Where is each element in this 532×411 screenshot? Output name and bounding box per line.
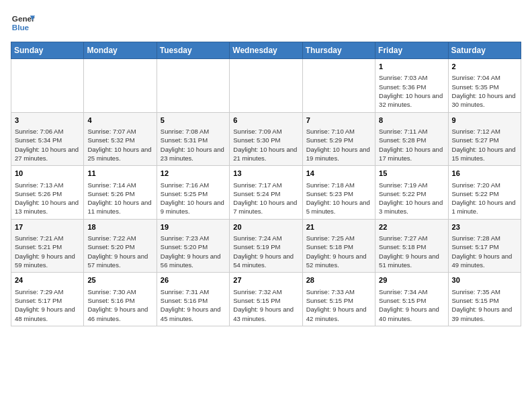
day-cell: 2Sunrise: 7:04 AM Sunset: 5:35 PM Daylig…: [448, 59, 521, 113]
day-info: Sunrise: 7:32 AM Sunset: 5:15 PM Dayligh…: [233, 287, 298, 323]
day-number: 6: [233, 116, 298, 126]
day-cell: 21Sunrise: 7:25 AM Sunset: 5:18 PM Dayli…: [302, 219, 375, 273]
day-cell: 26Sunrise: 7:31 AM Sunset: 5:16 PM Dayli…: [157, 273, 229, 326]
day-info: Sunrise: 7:14 AM Sunset: 5:26 PM Dayligh…: [87, 181, 152, 216]
day-info: Sunrise: 7:12 AM Sunset: 5:27 PM Dayligh…: [452, 127, 517, 163]
day-cell: 4Sunrise: 7:07 AM Sunset: 5:32 PM Daylig…: [84, 112, 157, 166]
day-info: Sunrise: 7:11 AM Sunset: 5:28 PM Dayligh…: [379, 127, 444, 163]
day-info: Sunrise: 7:10 AM Sunset: 5:29 PM Dayligh…: [306, 127, 371, 163]
day-cell: 14Sunrise: 7:18 AM Sunset: 5:23 PM Dayli…: [302, 166, 375, 220]
day-number: 15: [379, 169, 444, 179]
week-row-5: 24Sunrise: 7:29 AM Sunset: 5:17 PM Dayli…: [11, 273, 521, 326]
day-cell: [230, 59, 302, 113]
day-info: Sunrise: 7:04 AM Sunset: 5:35 PM Dayligh…: [452, 73, 517, 109]
day-info: Sunrise: 7:18 AM Sunset: 5:23 PM Dayligh…: [306, 181, 371, 216]
day-cell: 1Sunrise: 7:03 AM Sunset: 5:36 PM Daylig…: [375, 59, 448, 113]
day-cell: 9Sunrise: 7:12 AM Sunset: 5:27 PM Daylig…: [448, 112, 521, 166]
day-number: 7: [306, 116, 371, 126]
day-number: 28: [306, 275, 371, 285]
day-number: 13: [233, 169, 298, 179]
svg-text:Blue: Blue: [12, 23, 30, 32]
weekday-header-wednesday: Wednesday: [230, 42, 302, 59]
day-cell: 23Sunrise: 7:28 AM Sunset: 5:17 PM Dayli…: [448, 219, 521, 273]
day-info: Sunrise: 7:31 AM Sunset: 5:16 PM Dayligh…: [161, 287, 226, 323]
day-cell: [11, 59, 84, 113]
week-row-4: 17Sunrise: 7:21 AM Sunset: 5:21 PM Dayli…: [11, 219, 521, 273]
day-info: Sunrise: 7:13 AM Sunset: 5:26 PM Dayligh…: [15, 181, 80, 216]
day-number: 8: [379, 116, 444, 126]
day-number: 4: [87, 116, 152, 126]
day-info: Sunrise: 7:28 AM Sunset: 5:17 PM Dayligh…: [452, 234, 517, 269]
day-cell: 18Sunrise: 7:22 AM Sunset: 5:20 PM Dayli…: [84, 219, 157, 273]
day-cell: 30Sunrise: 7:35 AM Sunset: 5:15 PM Dayli…: [448, 273, 521, 326]
day-number: 12: [161, 169, 226, 179]
day-number: 3: [15, 116, 80, 126]
day-number: 18: [87, 222, 152, 232]
day-number: 21: [306, 222, 371, 232]
weekday-header-tuesday: Tuesday: [157, 42, 229, 59]
day-number: 22: [379, 222, 444, 232]
day-number: 2: [452, 62, 517, 72]
day-info: Sunrise: 7:30 AM Sunset: 5:16 PM Dayligh…: [87, 287, 152, 323]
day-cell: 12Sunrise: 7:16 AM Sunset: 5:25 PM Dayli…: [157, 166, 229, 220]
day-number: 29: [379, 275, 444, 285]
day-number: 19: [161, 222, 226, 232]
day-number: 24: [15, 275, 80, 285]
day-info: Sunrise: 7:33 AM Sunset: 5:15 PM Dayligh…: [306, 287, 371, 323]
day-info: Sunrise: 7:29 AM Sunset: 5:17 PM Dayligh…: [15, 287, 80, 323]
day-cell: 8Sunrise: 7:11 AM Sunset: 5:28 PM Daylig…: [375, 112, 448, 166]
day-cell: 29Sunrise: 7:34 AM Sunset: 5:15 PM Dayli…: [375, 273, 448, 326]
weekday-header-monday: Monday: [84, 42, 157, 59]
weekday-header-thursday: Thursday: [302, 42, 375, 59]
week-row-2: 3Sunrise: 7:06 AM Sunset: 5:34 PM Daylig…: [11, 112, 521, 166]
day-cell: 10Sunrise: 7:13 AM Sunset: 5:26 PM Dayli…: [11, 166, 84, 220]
day-cell: 25Sunrise: 7:30 AM Sunset: 5:16 PM Dayli…: [84, 273, 157, 326]
day-cell: [84, 59, 157, 113]
day-info: Sunrise: 7:17 AM Sunset: 5:24 PM Dayligh…: [233, 181, 298, 216]
day-info: Sunrise: 7:35 AM Sunset: 5:15 PM Dayligh…: [452, 287, 517, 323]
day-info: Sunrise: 7:21 AM Sunset: 5:21 PM Dayligh…: [15, 234, 80, 269]
day-cell: 22Sunrise: 7:27 AM Sunset: 5:18 PM Dayli…: [375, 219, 448, 273]
day-info: Sunrise: 7:03 AM Sunset: 5:36 PM Dayligh…: [379, 73, 444, 109]
day-info: Sunrise: 7:24 AM Sunset: 5:19 PM Dayligh…: [233, 234, 298, 269]
day-number: 9: [452, 116, 517, 126]
day-cell: 6Sunrise: 7:09 AM Sunset: 5:30 PM Daylig…: [230, 112, 302, 166]
day-cell: 3Sunrise: 7:06 AM Sunset: 5:34 PM Daylig…: [11, 112, 84, 166]
day-info: Sunrise: 7:27 AM Sunset: 5:18 PM Dayligh…: [379, 234, 444, 269]
weekday-header-saturday: Saturday: [448, 42, 521, 59]
day-number: 25: [87, 275, 152, 285]
day-info: Sunrise: 7:07 AM Sunset: 5:32 PM Dayligh…: [87, 127, 152, 163]
day-info: Sunrise: 7:16 AM Sunset: 5:25 PM Dayligh…: [161, 181, 226, 216]
day-cell: 5Sunrise: 7:08 AM Sunset: 5:31 PM Daylig…: [157, 112, 229, 166]
calendar: SundayMondayTuesdayWednesdayThursdayFrid…: [11, 42, 521, 326]
day-cell: 15Sunrise: 7:19 AM Sunset: 5:22 PM Dayli…: [375, 166, 448, 220]
day-cell: 20Sunrise: 7:24 AM Sunset: 5:19 PM Dayli…: [230, 219, 302, 273]
weekday-header-friday: Friday: [375, 42, 448, 59]
day-number: 20: [233, 222, 298, 232]
day-info: Sunrise: 7:23 AM Sunset: 5:20 PM Dayligh…: [161, 234, 226, 269]
weekday-header-row: SundayMondayTuesdayWednesdayThursdayFrid…: [11, 42, 521, 59]
day-number: 5: [161, 116, 226, 126]
day-cell: 13Sunrise: 7:17 AM Sunset: 5:24 PM Dayli…: [230, 166, 302, 220]
logo-icon: General Blue: [11, 11, 35, 35]
day-info: Sunrise: 7:19 AM Sunset: 5:22 PM Dayligh…: [379, 181, 444, 216]
day-info: Sunrise: 7:25 AM Sunset: 5:18 PM Dayligh…: [306, 234, 371, 269]
day-info: Sunrise: 7:34 AM Sunset: 5:15 PM Dayligh…: [379, 287, 444, 323]
day-cell: [302, 59, 375, 113]
svg-text:General: General: [12, 14, 35, 23]
day-cell: 16Sunrise: 7:20 AM Sunset: 5:22 PM Dayli…: [448, 166, 521, 220]
day-info: Sunrise: 7:09 AM Sunset: 5:30 PM Dayligh…: [233, 127, 298, 163]
day-cell: 28Sunrise: 7:33 AM Sunset: 5:15 PM Dayli…: [302, 273, 375, 326]
day-number: 1: [379, 62, 444, 72]
logo: General Blue: [11, 11, 35, 35]
day-number: 16: [452, 169, 517, 179]
day-number: 30: [452, 275, 517, 285]
day-info: Sunrise: 7:22 AM Sunset: 5:20 PM Dayligh…: [87, 234, 152, 269]
day-number: 10: [15, 169, 80, 179]
day-number: 14: [306, 169, 371, 179]
day-cell: 11Sunrise: 7:14 AM Sunset: 5:26 PM Dayli…: [84, 166, 157, 220]
day-number: 27: [233, 275, 298, 285]
day-number: 23: [452, 222, 517, 232]
day-cell: 19Sunrise: 7:23 AM Sunset: 5:20 PM Dayli…: [157, 219, 229, 273]
day-cell: 24Sunrise: 7:29 AM Sunset: 5:17 PM Dayli…: [11, 273, 84, 326]
